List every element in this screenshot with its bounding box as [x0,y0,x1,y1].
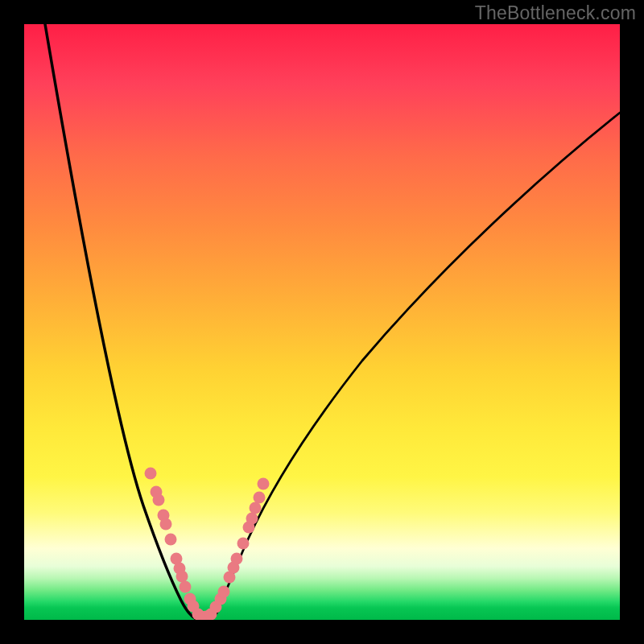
curve-left-curve [45,24,198,620]
sample-marker [176,571,188,583]
sample-marker [180,581,192,593]
sample-marker [237,538,250,550]
curve-overlay [24,24,620,620]
sample-marker [258,478,270,490]
sample-marker [250,502,262,514]
watermark-text: TheBottleneck.com [475,2,636,24]
sample-marker [153,494,165,506]
curve-right-curve [208,113,620,620]
sample-marker [145,468,157,480]
sample-marker [254,492,266,504]
sample-marker [165,534,177,546]
plot-area [24,24,620,620]
sample-marker [160,518,172,530]
sample-marker [231,553,243,565]
outer-black-frame: TheBottleneck.com [0,0,644,644]
sample-marker [246,513,258,525]
sample-marker [218,586,230,598]
